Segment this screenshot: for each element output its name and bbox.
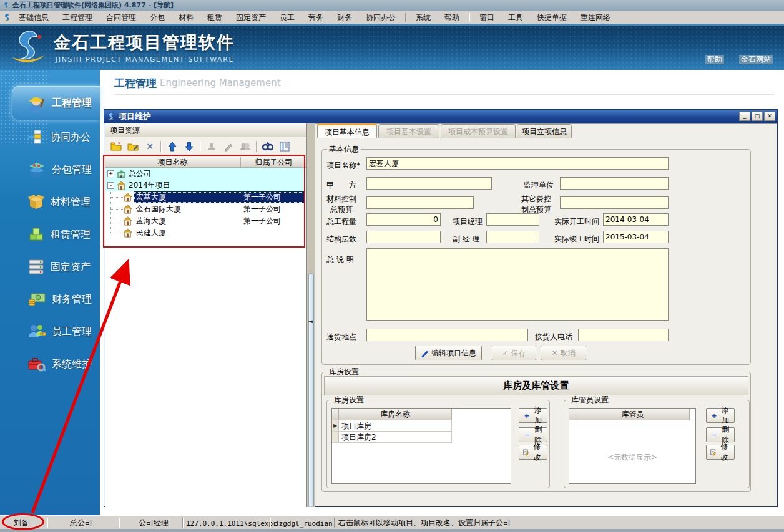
banner-site-link[interactable]: 金石网站 [739, 55, 773, 64]
save-button[interactable]: ✓ 保存 [492, 346, 536, 360]
tab-project-cost-budget[interactable]: 项目成本预算设置 [441, 124, 516, 138]
status-role: 公司经理 [139, 518, 169, 528]
tree-node-label[interactable]: 宏基大厦 [136, 191, 166, 203]
keepers-delete-button[interactable]: －删除 [706, 427, 735, 442]
sidebar-item-subcontract[interactable]: 分包管理 [0, 153, 100, 186]
menubar: 基础信息 工程管理 合同管理 分包 材料 租赁 固定资产 员工 劳务 财务 协同… [0, 11, 784, 24]
menu-item-basic-info[interactable]: 基础信息 [12, 11, 56, 24]
tree-column-project-name[interactable]: 项目名称 [105, 157, 241, 168]
tree-row-minjian[interactable]: 民建大厦 [105, 227, 306, 239]
menu-item-material[interactable]: 材料 [172, 11, 200, 24]
house-icon [123, 205, 132, 214]
maximize-button[interactable]: □ [752, 112, 763, 121]
menu-item-staff[interactable]: 员工 [273, 11, 301, 24]
tree-node-label[interactable]: 蓝海大厦 [136, 215, 166, 227]
rooms-modify-button[interactable]: 修改 [519, 445, 547, 460]
move-down-icon[interactable] [183, 140, 195, 153]
tab-project-approval-info[interactable]: 项目立项信息 [517, 124, 572, 138]
tree-row-head-office[interactable]: + 总公司 [105, 168, 306, 180]
view-options-icon[interactable] [278, 140, 291, 153]
tree-node-company[interactable]: 第一子公司 [243, 215, 281, 227]
edit-folder-icon[interactable] [127, 140, 139, 153]
sidebar-item-lease[interactable]: 租赁管理 [0, 218, 100, 251]
edit-project-button[interactable]: 编辑项目信息 [415, 346, 482, 360]
menu-item-tools[interactable]: 工具 [501, 11, 530, 24]
menu-item-quick-docs[interactable]: 快捷单据 [530, 11, 574, 24]
other-budget-field[interactable] [560, 196, 669, 209]
tree-row-hongji[interactable]: 宏基大厦 第一子公司 [105, 191, 306, 203]
keepers-modify-button[interactable]: 修改 [706, 445, 735, 460]
room-name-cell[interactable]: 项目库房2 [339, 432, 452, 443]
tab-project-basic-info[interactable]: 项目基本信息 [317, 123, 377, 138]
tree-node-label[interactable]: 民建大厦 [136, 227, 166, 239]
tree-node-company[interactable]: 第一子公司 [243, 203, 281, 215]
menu-item-collaboration[interactable]: 协同办公 [359, 11, 403, 24]
tree-node-company[interactable]: 第一子公司 [243, 191, 281, 203]
menu-item-system[interactable]: 系统 [409, 11, 438, 24]
menu-item-reconnect[interactable]: 重连网络 [574, 11, 617, 24]
delete-icon[interactable]: ✕ [144, 140, 156, 153]
floors-field[interactable] [366, 231, 441, 243]
menu-item-subcontract[interactable]: 分包 [143, 11, 172, 24]
sidebar-item-collaboration[interactable]: 协同办公 [0, 121, 100, 153]
collapse-left-icon[interactable]: ◄ [308, 318, 313, 324]
rooms-add-button[interactable]: ＋添加 [519, 408, 547, 423]
minus-icon: － [523, 430, 531, 440]
deputy-manager-field[interactable] [486, 231, 539, 243]
keepers-add-button[interactable]: ＋添加 [706, 408, 735, 423]
room-name-cell[interactable]: 项目库房 [339, 420, 452, 432]
banner-help-link[interactable]: 帮助 [705, 55, 724, 64]
menu-item-fixed-assets[interactable]: 固定资产 [229, 11, 273, 24]
window-title: 项目维护 [119, 111, 151, 122]
new-folder-icon[interactable]: * [110, 140, 122, 153]
start-date-field[interactable] [603, 213, 669, 226]
window-titlebar[interactable]: 项目维护 _ □ ✕ [104, 110, 777, 123]
tree-node-label[interactable]: 2014年项目 [129, 180, 170, 191]
rooms-row[interactable]: ▶ 项目库房 [332, 420, 512, 432]
rooms-column-header[interactable]: 库房名称 [339, 409, 452, 420]
tree-node-label[interactable]: 金石国际大厦 [136, 203, 181, 215]
collapse-icon[interactable]: - [107, 182, 114, 189]
material-budget-field[interactable] [366, 196, 474, 209]
finish-date-field[interactable] [603, 231, 669, 243]
project-name-field[interactable] [366, 157, 669, 170]
description-field[interactable] [366, 248, 669, 321]
tree-row-2014-projects[interactable]: - 2014年项目 [105, 180, 306, 191]
minimize-button[interactable]: _ [739, 112, 750, 121]
rooms-row[interactable]: 项目库房2 [332, 432, 512, 443]
splitter-handle[interactable] [308, 273, 314, 506]
menu-item-finance[interactable]: 财务 [330, 11, 359, 24]
panel-splitter[interactable]: ◄ [307, 123, 315, 507]
menu-item-labor[interactable]: 劳务 [301, 11, 330, 24]
close-button[interactable]: ✕ [764, 112, 775, 121]
tree-row-jinshi-intl[interactable]: 金石国际大厦 第一子公司 [105, 203, 306, 215]
menu-item-engineering[interactable]: 工程管理 [56, 11, 99, 24]
tree-node-label[interactable]: 总公司 [129, 168, 151, 180]
tab-project-basic-settings[interactable]: 项目基本设置 [378, 124, 439, 138]
expand-icon[interactable]: + [107, 170, 114, 177]
menu-item-contract[interactable]: 合同管理 [99, 11, 143, 24]
sidebar-item-material[interactable]: 材料管理 [0, 186, 100, 218]
sidebar-item-finance[interactable]: 财务管理 [0, 283, 100, 316]
worker-icon [26, 94, 46, 112]
party-a-field[interactable] [366, 177, 492, 190]
menu-item-window[interactable]: 窗口 [473, 11, 501, 24]
move-up-icon[interactable] [166, 140, 179, 153]
cancel-button[interactable]: ✕ 取消 [541, 346, 586, 360]
sidebar-item-engineering[interactable]: 工程管理 [12, 86, 100, 120]
rooms-delete-button[interactable]: －删除 [519, 427, 547, 442]
quantity-field[interactable] [366, 213, 441, 226]
keepers-column-header[interactable]: 库管员 [576, 409, 690, 420]
find-icon[interactable] [262, 140, 274, 153]
sidebar-item-staff[interactable]: 员工管理 [0, 316, 100, 348]
project-manager-field[interactable] [486, 213, 539, 226]
tree-column-subsidiary[interactable]: 归属子公司 [241, 157, 306, 168]
sidebar-item-fixed-assets[interactable]: 固定资产 [0, 251, 100, 283]
sidebar-item-maintenance[interactable]: 系统维护 [0, 348, 100, 380]
receiver-phone-field[interactable] [578, 329, 669, 341]
menu-item-lease[interactable]: 租赁 [200, 11, 229, 24]
tree-row-lanhai[interactable]: 蓝海大厦 第一子公司 [105, 215, 306, 227]
menu-item-help[interactable]: 帮助 [438, 11, 466, 24]
delivery-address-field[interactable] [366, 329, 528, 341]
supervisor-field[interactable] [560, 177, 669, 190]
